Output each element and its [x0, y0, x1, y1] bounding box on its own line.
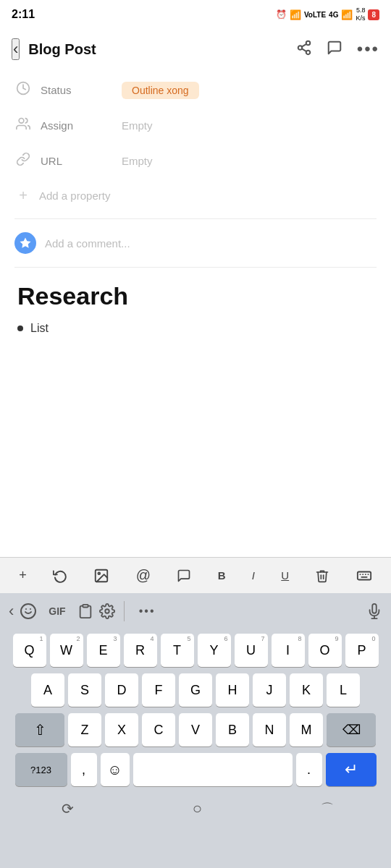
content-area: Research List [0, 271, 391, 346]
bottom-nav: ⟳ ○ ⌒ [2, 793, 391, 825]
key-w[interactable]: W2 [50, 634, 83, 667]
keyboard-row-1: Q1 W2 E3 R4 T5 Y6 U7 I8 O9 P0 [2, 634, 389, 667]
key-backspace[interactable]: ⌫ [327, 713, 376, 746]
suggest-mic-button[interactable] [366, 603, 382, 619]
key-emoji[interactable]: ☺ [101, 753, 130, 786]
volte-icon: VoLTE [304, 11, 326, 19]
key-y[interactable]: Y6 [198, 634, 231, 667]
toolbar-delete-button[interactable] [311, 566, 334, 586]
key-j[interactable]: J [253, 673, 286, 707]
assign-value: Empty [122, 119, 377, 132]
key-i[interactable]: I8 [272, 634, 305, 667]
key-c[interactable]: C [142, 713, 175, 746]
key-u[interactable]: U7 [235, 634, 268, 667]
key-o[interactable]: O9 [308, 634, 342, 667]
key-p[interactable]: P0 [345, 634, 379, 667]
add-property-label: Add a property [39, 190, 110, 202]
suggest-clipboard-button[interactable] [77, 603, 93, 619]
key-k[interactable]: K [290, 673, 323, 707]
svg-point-14 [105, 609, 109, 613]
speed-icon: 5.8K/s [356, 7, 365, 22]
key-r[interactable]: R4 [124, 634, 157, 667]
status-label: Status [41, 84, 113, 96]
keyboard-suggest-bar: ‹ GIF ••• [0, 593, 391, 629]
key-h[interactable]: H [216, 673, 249, 707]
svg-rect-9 [358, 571, 371, 579]
key-f[interactable]: F [142, 673, 175, 707]
signal-icon: 📶 [290, 9, 301, 20]
toolbar-italic-button[interactable]: I [248, 566, 259, 584]
more-icon[interactable]: ••• [357, 39, 379, 59]
list-item-text: List [30, 322, 49, 335]
status-bar: 2:11 ⏰ 📶 VoLTE 4G 📶 5.8K/s 8 [0, 0, 391, 29]
url-label: URL [41, 155, 113, 167]
assign-icon [14, 116, 32, 135]
key-v[interactable]: V [179, 713, 212, 746]
key-q[interactable]: Q1 [13, 634, 46, 667]
toolbar-image-button[interactable] [89, 565, 114, 587]
suggest-sticker-button[interactable] [20, 603, 37, 620]
key-a[interactable]: A [31, 673, 64, 707]
key-comma[interactable]: , [71, 753, 97, 786]
add-property-icon: + [14, 187, 32, 204]
status-time: 2:11 [12, 8, 35, 21]
key-period[interactable]: . [296, 753, 322, 786]
suggest-back-button[interactable]: ‹ [9, 602, 14, 621]
key-x[interactable]: X [105, 713, 138, 746]
back-button[interactable]: ‹ [12, 38, 20, 60]
key-d[interactable]: D [105, 673, 138, 707]
key-space[interactable] [133, 753, 293, 786]
nav-home-icon[interactable]: ○ [193, 799, 202, 818]
assign-property-row[interactable]: Assign Empty [0, 108, 391, 143]
svg-point-6 [19, 119, 24, 124]
url-value: Empty [122, 155, 377, 167]
key-s[interactable]: S [68, 673, 101, 707]
toolbar-at-button[interactable]: @ [132, 564, 155, 587]
keyboard-toolbar: + @ B I U [0, 557, 391, 593]
keyboard: Q1 W2 E3 R4 T5 Y6 U7 I8 O9 P0 A S D F G … [0, 629, 391, 868]
suggest-gear-button[interactable] [99, 603, 115, 619]
key-m[interactable]: M [290, 713, 323, 746]
battery-icon: 8 [368, 9, 379, 20]
url-property-row[interactable]: URL Empty [0, 143, 391, 179]
key-t[interactable]: T5 [161, 634, 194, 667]
add-property-row[interactable]: + Add a property [0, 179, 391, 213]
comment-icon[interactable] [327, 40, 342, 59]
signal2-icon: 📶 [341, 9, 353, 20]
assign-label: Assign [41, 119, 113, 132]
nav-recents-icon[interactable]: ⌒ [321, 800, 334, 817]
svg-point-8 [98, 572, 101, 574]
key-l[interactable]: L [327, 673, 360, 707]
suggest-gif-button[interactable]: GIF [43, 603, 71, 620]
toolbar-underline-button[interactable]: U [277, 566, 293, 584]
svg-line-4 [302, 43, 306, 46]
keyboard-row-3: ⇧ Z X C V B N M ⌫ [2, 713, 389, 746]
header: ‹ Blog Post ••• [0, 29, 391, 69]
key-z[interactable]: Z [68, 713, 101, 746]
status-icons: ⏰ 📶 VoLTE 4G 📶 5.8K/s 8 [276, 7, 379, 22]
toolbar-bold-button[interactable]: B [214, 566, 230, 584]
content-title: Research [17, 282, 374, 310]
toolbar-keyboard-button[interactable] [352, 565, 377, 587]
key-e[interactable]: E3 [87, 634, 120, 667]
status-icon [14, 81, 32, 99]
avatar [14, 232, 36, 254]
status-property-row[interactable]: Status Outline xong [0, 72, 391, 108]
key-shift[interactable]: ⇧ [15, 713, 64, 746]
toolbar-plus-button[interactable]: + [14, 565, 31, 586]
toolbar-chat-button[interactable] [172, 566, 196, 586]
key-n[interactable]: N [253, 713, 286, 746]
share-icon[interactable] [296, 40, 312, 59]
suggest-more-button[interactable]: ••• [133, 602, 161, 621]
comment-row[interactable]: Add a comment... [0, 222, 391, 264]
key-g[interactable]: G [179, 673, 212, 707]
svg-point-10 [21, 604, 35, 618]
nav-back-icon[interactable]: ⟳ [62, 800, 74, 817]
divider-2 [14, 267, 377, 268]
divider-1 [14, 218, 377, 219]
toolbar-refresh-button[interactable] [49, 566, 72, 586]
key-b[interactable]: B [216, 713, 249, 746]
keyboard-row-2: A S D F G H J K L [2, 673, 389, 707]
key-sym[interactable]: ?123 [15, 753, 67, 786]
key-enter[interactable]: ↵ [326, 753, 377, 786]
